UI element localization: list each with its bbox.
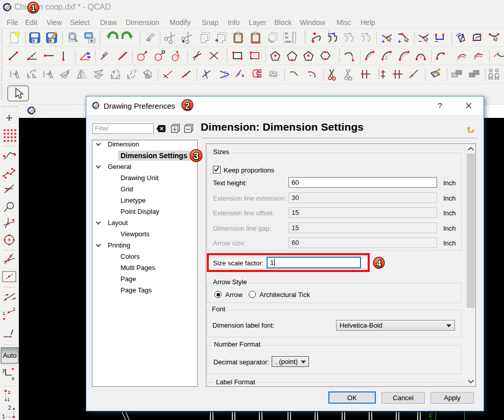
svg-text:+: +: [398, 38, 401, 44]
svg-text:2: 2: [13, 307, 15, 312]
svg-text:1: 1: [3, 311, 5, 316]
svg-text:2: 2: [185, 102, 190, 110]
svg-text:*: *: [392, 72, 393, 76]
svg-text:4: 4: [377, 259, 381, 268]
svg-text:−: −: [435, 38, 438, 44]
svg-text:3: 3: [194, 151, 199, 161]
svg-text:1: 1: [7, 397, 10, 402]
svg-text:−: −: [418, 38, 422, 44]
svg-text:1: 1: [2, 414, 5, 419]
svg-text:*: *: [401, 72, 403, 76]
svg-text:2: 2: [8, 390, 10, 395]
svg-text:2: 2: [8, 405, 11, 411]
svg-text:1: 1: [31, 4, 36, 13]
svg-text:+: +: [381, 38, 385, 44]
svg-text:x: x: [12, 376, 14, 381]
svg-text:mm: mm: [285, 39, 292, 44]
svg-text:y: y: [3, 367, 5, 373]
svg-text:x: x: [242, 73, 244, 78]
